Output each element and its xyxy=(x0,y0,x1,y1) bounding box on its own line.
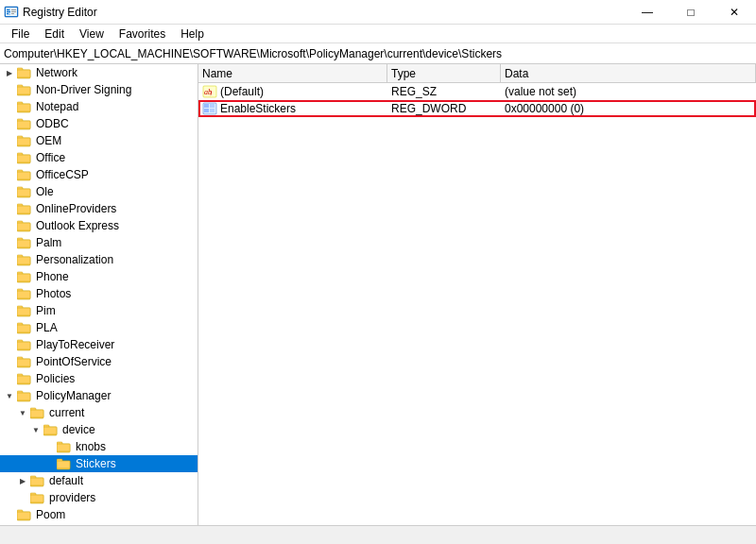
folder-icon-providers xyxy=(30,491,45,504)
expand-arrow-policymanager[interactable]: ▼ xyxy=(4,390,15,401)
expand-arrow-office[interactable] xyxy=(4,152,15,163)
tree-item-officeCSP[interactable]: OfficeCSP xyxy=(0,166,198,183)
tree-pane[interactable]: ▶ Network Non-Driver Signing Notepad ODB… xyxy=(0,64,198,525)
menu-item-view[interactable]: View xyxy=(72,25,112,43)
tree-item-device[interactable]: ▼ device xyxy=(0,421,198,438)
tree-item-policies[interactable]: Policies xyxy=(0,370,198,387)
menu-item-edit[interactable]: Edit xyxy=(37,25,72,43)
maximize-button[interactable]: □ xyxy=(669,0,713,25)
tree-item-onlineproviders[interactable]: OnlineProviders xyxy=(0,200,198,217)
col-header-data[interactable]: Data xyxy=(501,64,756,82)
expand-arrow-photos[interactable] xyxy=(4,288,15,299)
tree-item-powershell[interactable]: PowerShell xyxy=(0,523,198,525)
svg-rect-53 xyxy=(17,308,30,315)
svg-rect-38 xyxy=(17,223,30,230)
expand-arrow-playtoreceiver[interactable] xyxy=(4,339,15,350)
folder-icon-playtoreceiver xyxy=(17,338,32,351)
expand-arrow-officeCSP[interactable] xyxy=(4,169,15,180)
svg-rect-89 xyxy=(17,512,30,519)
folder-icon-knobs xyxy=(57,440,72,453)
menu-item-file[interactable]: File xyxy=(4,25,37,43)
tree-item-network[interactable]: ▶ Network xyxy=(0,64,198,81)
menu-item-favorites[interactable]: Favorites xyxy=(112,25,173,43)
svg-rect-71 xyxy=(30,410,43,417)
expand-arrow-odbc[interactable] xyxy=(4,118,15,129)
status-bar xyxy=(0,525,756,544)
tree-item-pla[interactable]: PLA xyxy=(0,319,198,336)
tree-item-palm[interactable]: Palm xyxy=(0,234,198,251)
expand-arrow-ole[interactable] xyxy=(4,186,15,197)
expand-arrow-onlineproviders[interactable] xyxy=(4,203,15,214)
svg-rect-59 xyxy=(17,342,30,349)
svg-rect-77 xyxy=(57,444,70,451)
tree-item-notepad[interactable]: Notepad xyxy=(0,98,198,115)
tree-item-knobs[interactable]: knobs xyxy=(0,438,198,455)
tree-item-default[interactable]: ▶ default xyxy=(0,472,198,489)
expand-arrow-device[interactable]: ▼ xyxy=(30,424,42,435)
svg-rect-100 xyxy=(210,109,215,112)
expand-arrow-providers[interactable] xyxy=(17,492,28,503)
folder-icon-pla xyxy=(17,321,32,334)
expand-arrow-nondriversigning[interactable] xyxy=(4,84,15,95)
reg-row-enablestickers[interactable]: EnableStickersREG_DWORD0x00000000 (0) xyxy=(198,100,756,117)
col-header-type[interactable]: Type xyxy=(387,64,501,82)
tree-label-knobs: knobs xyxy=(76,440,106,453)
expand-arrow-default[interactable]: ▶ xyxy=(17,475,28,486)
tree-label-pim: Pim xyxy=(36,304,56,317)
tree-label-pla: PLA xyxy=(36,321,58,334)
tree-item-current[interactable]: ▼ current xyxy=(0,404,198,421)
tree-item-nondriversigning[interactable]: Non-Driver Signing xyxy=(0,81,198,98)
reg-icon-default: ab ) xyxy=(202,85,217,98)
expand-arrow-poom[interactable] xyxy=(4,509,15,520)
reg-row-default[interactable]: ab ) (Default)REG_SZ(value not set) xyxy=(198,83,756,100)
tree-item-poom[interactable]: Poom xyxy=(0,506,198,523)
expand-arrow-phone[interactable] xyxy=(4,271,15,282)
reg-name-text-default: (Default) xyxy=(220,83,264,100)
svg-rect-5 xyxy=(7,13,9,14)
folder-icon-current xyxy=(30,406,45,419)
expand-arrow-pim[interactable] xyxy=(4,305,15,316)
tree-item-ole[interactable]: Ole xyxy=(0,183,198,200)
tree-item-phone[interactable]: Phone xyxy=(0,268,198,285)
svg-rect-23 xyxy=(17,138,30,145)
expand-arrow-current[interactable]: ▼ xyxy=(17,407,28,418)
tree-item-oem[interactable]: OEM xyxy=(0,132,198,149)
expand-arrow-oem[interactable] xyxy=(4,135,15,146)
tree-label-outlookexpress: Outlook Express xyxy=(36,219,119,232)
tree-item-pim[interactable]: Pim xyxy=(0,302,198,319)
tree-item-policymanager[interactable]: ▼ PolicyManager xyxy=(0,387,198,404)
expand-arrow-pointofservice[interactable] xyxy=(4,356,15,367)
tree-item-photos[interactable]: Photos xyxy=(0,285,198,302)
tree-item-personalization[interactable]: Personalization xyxy=(0,251,198,268)
col-header-name[interactable]: Name xyxy=(198,64,387,82)
tree-item-outlookexpress[interactable]: Outlook Express xyxy=(0,217,198,234)
tree-label-pointofservice: PointOfService xyxy=(36,355,112,368)
tree-item-playtoreceiver[interactable]: PlayToReceiver xyxy=(0,336,198,353)
minimize-button[interactable]: — xyxy=(626,0,669,25)
expand-arrow-pla[interactable] xyxy=(4,322,15,333)
svg-rect-20 xyxy=(17,121,30,128)
expand-arrow-knobs[interactable] xyxy=(43,441,55,452)
tree-item-odbc[interactable]: ODBC xyxy=(0,115,198,132)
expand-arrow-policies[interactable] xyxy=(4,373,15,384)
tree-item-providers[interactable]: providers xyxy=(0,489,198,506)
tree-item-office[interactable]: Office xyxy=(0,149,198,166)
folder-icon-onlineproviders xyxy=(17,202,32,215)
close-button[interactable]: ✕ xyxy=(713,0,756,25)
tree-label-stickers: Stickers xyxy=(76,457,116,470)
tree-item-pointofservice[interactable]: PointOfService xyxy=(0,353,198,370)
expand-arrow-notepad[interactable] xyxy=(4,101,15,112)
reg-cell-data-enablestickers: 0x00000000 (0) xyxy=(501,100,756,117)
expand-arrow-outlookexpress[interactable] xyxy=(4,220,15,231)
tree-item-stickers[interactable]: Stickers xyxy=(0,455,198,472)
title-bar-left: Registry Editor xyxy=(4,5,97,20)
expand-arrow-network[interactable]: ▶ xyxy=(4,67,15,78)
expand-arrow-palm[interactable] xyxy=(4,237,15,248)
folder-icon-ole xyxy=(17,185,32,198)
expand-arrow-personalization[interactable] xyxy=(4,254,15,265)
tree-label-personalization: Personalization xyxy=(36,253,113,266)
folder-icon-policies xyxy=(17,372,32,385)
expand-arrow-stickers[interactable] xyxy=(43,458,55,469)
menu-item-help[interactable]: Help xyxy=(173,25,212,43)
folder-icon-odbc xyxy=(17,117,32,130)
